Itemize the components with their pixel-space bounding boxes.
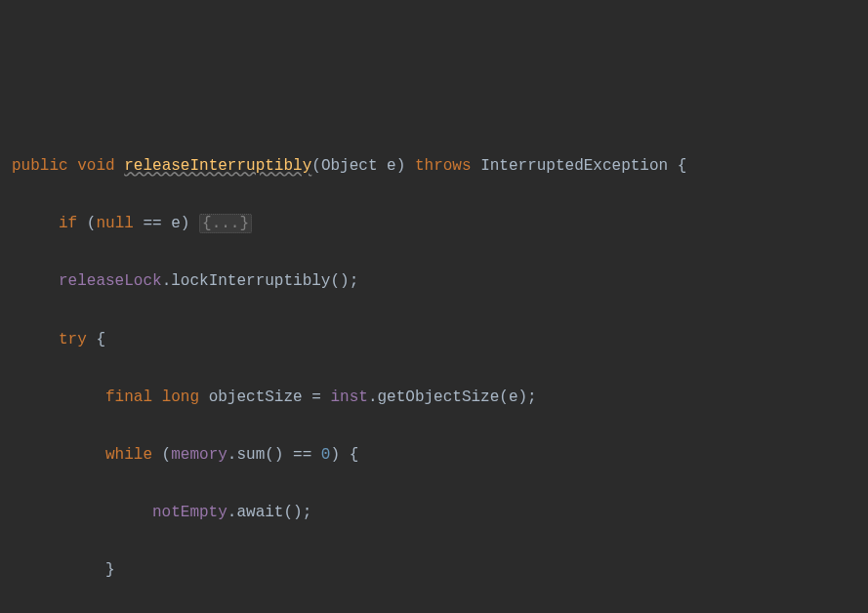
field-releaseLock: releaseLock: [59, 272, 162, 290]
paren-open: (: [152, 446, 171, 464]
code-line-3: releaseLock.lockInterruptibly();: [12, 267, 856, 297]
equality-operator: ==: [283, 446, 320, 464]
keyword-if: if: [59, 215, 77, 232]
paren-close: ): [181, 215, 199, 232]
code-line-1: public void releaseInterruptibly(Object …: [12, 152, 856, 182]
brace-open: {: [87, 331, 105, 348]
equals: =: [303, 388, 331, 406]
code-line-8: }: [12, 556, 856, 586]
method-call-sum: sum(): [236, 446, 283, 464]
method-call-await: await(): [236, 504, 302, 521]
field-inst: inst: [330, 388, 367, 406]
equality-operator: ==: [134, 215, 171, 232]
code-editor[interactable]: public void releaseInterruptibly(Object …: [12, 123, 856, 613]
brace-open: {: [678, 157, 687, 175]
method-declaration: releaseInterruptibly: [124, 157, 311, 175]
paren-close: ): [396, 157, 406, 175]
keyword-null: null: [96, 215, 133, 232]
keyword-try: try: [59, 331, 87, 348]
keyword-throws: throws: [415, 157, 472, 175]
param-type: Object: [321, 157, 378, 175]
keyword-while: while: [105, 446, 152, 464]
keyword-void: void: [77, 157, 114, 175]
paren-close-brace: ) {: [330, 446, 358, 464]
code-line-7: notEmpty.await();: [12, 499, 856, 528]
variable-objectSize: objectSize: [209, 388, 303, 406]
semicolon: ;: [527, 388, 537, 406]
dot: .: [227, 446, 237, 464]
paren-open: (: [311, 157, 321, 175]
code-line-2: if (null == e) {...}: [12, 210, 856, 239]
folded-code-block[interactable]: {...}: [199, 214, 252, 233]
exception-type: InterruptedException: [480, 157, 668, 175]
param-name: e: [387, 157, 396, 175]
method-call-lockInterruptibly: lockInterruptibly(): [171, 272, 349, 290]
keyword-final: final: [105, 388, 152, 406]
variable-e: e: [171, 215, 181, 232]
dot: .: [162, 272, 172, 290]
keyword-long: long: [162, 388, 199, 406]
semicolon: ;: [350, 272, 359, 290]
semicolon: ;: [303, 504, 312, 521]
code-line-5: final long objectSize = inst.getObjectSi…: [12, 384, 856, 413]
keyword-public: public: [12, 157, 68, 175]
field-notEmpty: notEmpty: [152, 504, 227, 521]
brace-close: }: [105, 561, 115, 579]
code-line-4: try {: [12, 326, 856, 355]
field-memory: memory: [171, 446, 227, 464]
code-line-6: while (memory.sum() == 0) {: [12, 441, 856, 470]
dot: .: [227, 504, 237, 521]
paren-open: (: [87, 215, 97, 232]
method-call-getObjectSize: getObjectSize(e): [377, 388, 527, 406]
